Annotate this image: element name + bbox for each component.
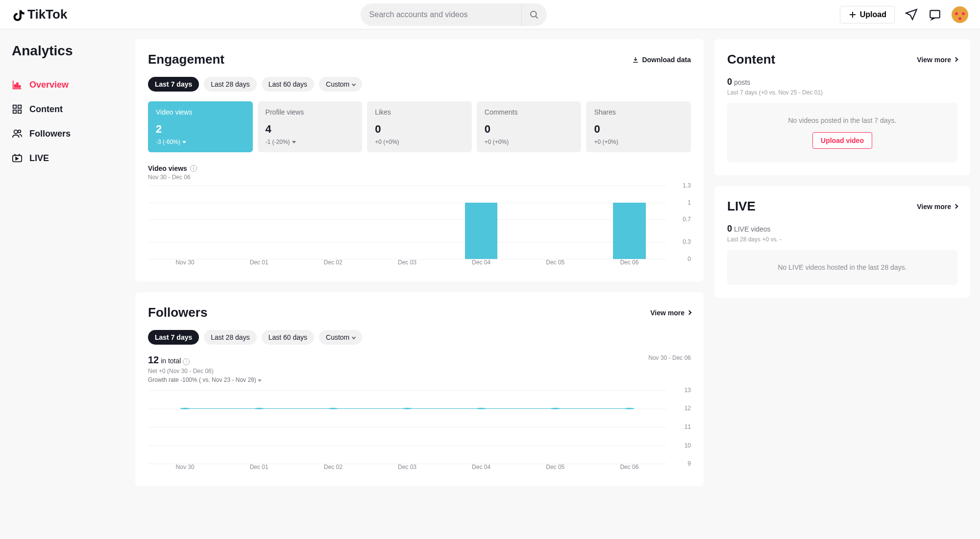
live-viewmore[interactable]: View more bbox=[917, 203, 957, 211]
sidebar-title: Analytics bbox=[12, 43, 114, 59]
topbar-actions: Upload bbox=[840, 6, 968, 23]
followers-viewmore[interactable]: View more bbox=[650, 309, 691, 317]
chip-last-60[interactable]: Last 60 days bbox=[262, 330, 314, 345]
kpi-row: Video views 2 -3 (-60%) Profile views 4 … bbox=[148, 101, 691, 152]
download-label: Download data bbox=[642, 56, 691, 64]
trend-down-icon bbox=[258, 379, 262, 382]
content-empty: No videos posted in the last 7 days. Upl… bbox=[727, 103, 957, 163]
info-icon[interactable]: i bbox=[190, 165, 197, 172]
send-icon bbox=[905, 8, 918, 21]
kpi-value: 0 bbox=[594, 123, 683, 136]
content-title: Content bbox=[727, 52, 775, 67]
kpi-delta: +0 (+0%) bbox=[375, 139, 464, 145]
live-empty-text: No LIVE videos hosted in the last 28 day… bbox=[737, 263, 948, 271]
logo-text: TikTok bbox=[27, 7, 67, 22]
chevron-down-icon bbox=[352, 335, 356, 339]
send-button[interactable] bbox=[905, 8, 918, 22]
sidebar-item-overview[interactable]: Overview bbox=[12, 72, 114, 97]
sidebar: Analytics Overview Content Followers LIV… bbox=[0, 29, 125, 496]
live-sub: Last 28 days +0 vs. - bbox=[727, 236, 957, 243]
followers-chips: Last 7 days Last 28 days Last 60 days Cu… bbox=[148, 330, 691, 345]
svg-rect-5 bbox=[15, 85, 16, 88]
kpi-label: Likes bbox=[375, 108, 464, 116]
kpi-label: Shares bbox=[594, 108, 683, 116]
video-views-chart: 00.30.711.3Nov 30Dec 01Dec 02Dec 03Dec 0… bbox=[148, 186, 691, 269]
info-icon[interactable]: i bbox=[183, 358, 190, 365]
sidebar-item-live[interactable]: LIVE bbox=[12, 146, 114, 170]
svg-point-18 bbox=[402, 408, 412, 409]
sidebar-item-label: Followers bbox=[29, 129, 71, 139]
search-input[interactable] bbox=[361, 10, 521, 19]
chip-custom[interactable]: Custom bbox=[319, 330, 362, 345]
followers-total: 12 in total i bbox=[148, 354, 262, 366]
sidebar-item-label: Content bbox=[29, 104, 63, 115]
content-count: 0 posts bbox=[727, 77, 957, 87]
inbox-icon bbox=[929, 8, 941, 21]
svg-rect-4 bbox=[930, 10, 940, 18]
sidebar-item-label: LIVE bbox=[29, 153, 49, 164]
chart-range: Nov 30 - Dec 06 bbox=[148, 174, 691, 181]
sidebar-item-content[interactable]: Content bbox=[12, 97, 114, 121]
chip-last-7[interactable]: Last 7 days bbox=[148, 330, 199, 345]
svg-point-0 bbox=[531, 11, 537, 17]
kpi-profile-views[interactable]: Profile views 4 -1 (-20%) bbox=[258, 101, 363, 152]
chevron-right-icon bbox=[687, 310, 692, 315]
trend-down-icon bbox=[182, 141, 186, 143]
svg-point-16 bbox=[254, 408, 264, 409]
chart-title: Video viewsi bbox=[148, 164, 197, 172]
kpi-video-views[interactable]: Video views 2 -3 (-60%) bbox=[148, 101, 253, 152]
kpi-likes[interactable]: Likes 0 +0 (+0%) bbox=[367, 101, 472, 152]
kpi-value: 0 bbox=[485, 123, 574, 136]
followers-range: Nov 30 - Dec 06 bbox=[648, 354, 691, 361]
kpi-delta: +0 (+0%) bbox=[485, 139, 574, 145]
svg-point-13 bbox=[18, 130, 21, 133]
chip-last-7[interactable]: Last 7 days bbox=[148, 77, 199, 92]
kpi-label: Video views bbox=[156, 108, 245, 116]
kpi-value: 0 bbox=[375, 123, 464, 136]
chevron-right-icon bbox=[954, 57, 958, 62]
engagement-card: Engagement Download data Last 7 days Las… bbox=[135, 39, 704, 281]
grid-icon bbox=[12, 104, 23, 115]
svg-rect-6 bbox=[17, 83, 18, 87]
content-viewmore[interactable]: View more bbox=[917, 56, 957, 64]
plus-icon bbox=[848, 10, 857, 19]
followers-growth: Growth rate -100% ( vs. Nov 23 - Nov 29) bbox=[148, 376, 262, 383]
avatar[interactable] bbox=[952, 6, 968, 23]
upload-button[interactable]: Upload bbox=[840, 6, 895, 23]
users-icon bbox=[12, 128, 23, 139]
download-data-link[interactable]: Download data bbox=[632, 56, 691, 64]
chip-last-60[interactable]: Last 60 days bbox=[262, 77, 314, 92]
chip-last-28[interactable]: Last 28 days bbox=[204, 77, 256, 92]
kpi-delta: -1 (-20%) bbox=[266, 139, 355, 145]
kpi-value: 2 bbox=[156, 123, 245, 136]
live-title: LIVE bbox=[727, 199, 756, 214]
followers-chart: 910111213Nov 30Dec 01Dec 02Dec 03Dec 04D… bbox=[148, 390, 691, 473]
sidebar-item-label: Overview bbox=[29, 80, 69, 90]
logo[interactable]: TikTok bbox=[12, 7, 67, 22]
chip-last-28[interactable]: Last 28 days bbox=[204, 330, 256, 345]
svg-rect-8 bbox=[13, 105, 16, 108]
sidebar-item-followers[interactable]: Followers bbox=[12, 121, 114, 146]
svg-line-1 bbox=[536, 16, 538, 18]
svg-point-17 bbox=[328, 408, 338, 409]
kpi-value: 4 bbox=[266, 123, 355, 136]
live-card: LIVE View more 0 LIVE videos Last 28 day… bbox=[714, 186, 970, 298]
inbox-button[interactable] bbox=[928, 8, 942, 22]
live-icon bbox=[12, 153, 23, 164]
search-button[interactable] bbox=[521, 3, 547, 26]
followers-card: Followers View more Last 7 days Last 28 … bbox=[135, 292, 704, 486]
kpi-delta: +0 (+0%) bbox=[594, 139, 683, 145]
upload-label: Upload bbox=[860, 10, 886, 19]
content-empty-text: No videos posted in the last 7 days. bbox=[737, 117, 948, 124]
chip-custom[interactable]: Custom bbox=[319, 77, 362, 92]
trend-down-icon bbox=[292, 141, 296, 143]
kpi-comments[interactable]: Comments 0 +0 (+0%) bbox=[477, 101, 582, 152]
kpi-label: Profile views bbox=[266, 108, 355, 116]
upload-video-button[interactable]: Upload video bbox=[812, 132, 872, 149]
content-card: Content View more 0 posts Last 7 days (+… bbox=[714, 39, 970, 175]
engagement-title: Engagement bbox=[148, 52, 224, 67]
live-empty: No LIVE videos hosted in the last 28 day… bbox=[727, 250, 957, 285]
chevron-down-icon bbox=[352, 82, 356, 86]
kpi-shares[interactable]: Shares 0 +0 (+0%) bbox=[586, 101, 691, 152]
svg-rect-10 bbox=[13, 110, 16, 113]
